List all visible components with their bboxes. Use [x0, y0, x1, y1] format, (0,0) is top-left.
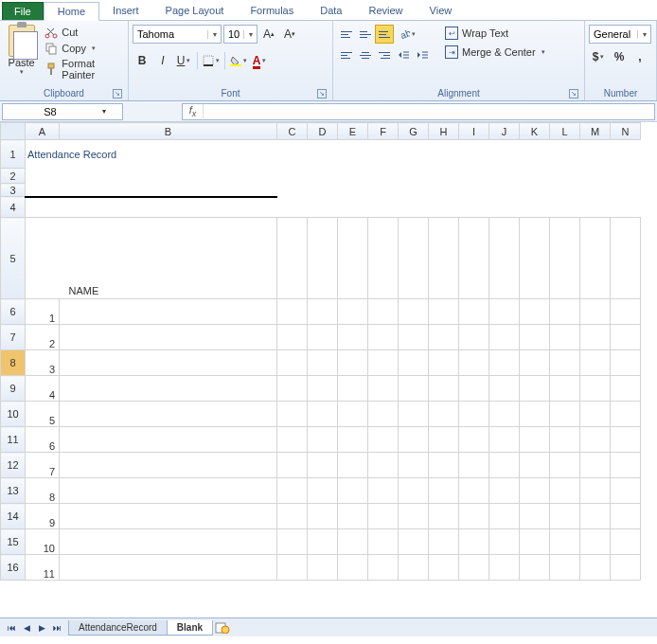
cell[interactable]	[308, 140, 338, 169]
row-header[interactable]: 6	[1, 299, 26, 325]
sheet-nav-first-icon[interactable]: ⏮	[4, 621, 19, 635]
cell[interactable]	[611, 218, 641, 299]
cell[interactable]	[368, 504, 399, 529]
cell[interactable]	[520, 218, 550, 299]
name-box-input[interactable]	[3, 106, 98, 117]
number-format-input[interactable]	[590, 28, 637, 40]
cell[interactable]	[26, 184, 277, 197]
cell[interactable]	[277, 504, 308, 529]
cell[interactable]	[60, 555, 277, 581]
cell[interactable]	[60, 453, 277, 478]
cell[interactable]	[308, 453, 338, 478]
cell[interactable]	[489, 218, 520, 299]
cell[interactable]	[611, 402, 641, 427]
cell[interactable]	[459, 555, 489, 581]
cell[interactable]	[399, 427, 429, 453]
cell[interactable]	[277, 555, 308, 581]
cell[interactable]	[60, 325, 277, 350]
font-size-input[interactable]	[224, 28, 243, 40]
cell[interactable]	[399, 402, 429, 427]
fx-icon[interactable]: fx	[183, 104, 204, 118]
cell[interactable]	[338, 140, 368, 169]
cell[interactable]: 1	[26, 299, 60, 325]
tab-page-layout[interactable]: Page Layout	[152, 2, 238, 20]
cell[interactable]	[580, 504, 611, 529]
select-all-corner[interactable]	[1, 123, 26, 140]
cell[interactable]	[489, 529, 520, 555]
cell[interactable]	[368, 218, 399, 299]
cell[interactable]	[520, 325, 550, 350]
wrap-text-button[interactable]: ↩ Wrap Text	[441, 25, 549, 42]
cell[interactable]	[399, 453, 429, 478]
cell[interactable]	[520, 350, 550, 376]
cell[interactable]	[550, 555, 580, 581]
sheet-tab-attendancerecord[interactable]: AttendanceRecord	[68, 620, 168, 635]
cell[interactable]	[550, 218, 580, 299]
cell[interactable]	[550, 376, 580, 402]
cell[interactable]	[611, 140, 641, 169]
cell[interactable]	[429, 376, 459, 402]
cell[interactable]	[26, 197, 277, 218]
cell[interactable]	[277, 184, 308, 197]
cell[interactable]	[368, 197, 399, 218]
comma-format-button[interactable]: ,	[630, 47, 649, 66]
cell[interactable]	[611, 197, 641, 218]
tab-view[interactable]: View	[417, 2, 466, 20]
cell[interactable]	[399, 197, 429, 218]
cell[interactable]	[520, 504, 550, 529]
percent-format-button[interactable]: %	[610, 47, 629, 66]
cell[interactable]	[520, 402, 550, 427]
copy-button[interactable]: Copy ▾	[41, 41, 124, 56]
cell[interactable]	[550, 184, 580, 197]
cell[interactable]	[368, 140, 399, 169]
cell[interactable]	[277, 478, 308, 504]
align-center-button[interactable]	[356, 45, 375, 64]
clipboard-dialog-icon[interactable]: ↘	[113, 89, 122, 98]
tab-home[interactable]: Home	[44, 2, 99, 21]
cell[interactable]	[550, 402, 580, 427]
cell[interactable]: 10	[26, 529, 60, 555]
cell[interactable]	[489, 184, 520, 197]
cell[interactable]	[60, 427, 277, 453]
cell[interactable]	[580, 197, 611, 218]
align-top-button[interactable]	[337, 25, 356, 44]
cell[interactable]	[520, 197, 550, 218]
cell[interactable]	[368, 402, 399, 427]
cell[interactable]	[580, 169, 611, 184]
cell[interactable]	[338, 169, 368, 184]
cell[interactable]	[60, 402, 277, 427]
cell[interactable]	[459, 169, 489, 184]
cell[interactable]	[520, 453, 550, 478]
cell[interactable]	[611, 478, 641, 504]
row-header[interactable]: 3	[1, 184, 26, 197]
underline-button[interactable]: U	[174, 51, 193, 70]
cell[interactable]	[520, 299, 550, 325]
cell[interactable]	[429, 453, 459, 478]
cell[interactable]	[611, 529, 641, 555]
cell[interactable]	[338, 376, 368, 402]
col-header-N[interactable]: N	[611, 123, 641, 140]
cell[interactable]	[60, 350, 277, 376]
row-header[interactable]: 2	[1, 169, 26, 184]
cell[interactable]	[399, 504, 429, 529]
cell[interactable]	[429, 197, 459, 218]
grow-font-button[interactable]: A▴	[259, 25, 278, 44]
fill-color-button[interactable]	[229, 51, 248, 70]
cell[interactable]	[277, 453, 308, 478]
cell[interactable]	[489, 350, 520, 376]
cell[interactable]	[308, 218, 338, 299]
cell[interactable]	[550, 427, 580, 453]
cell[interactable]	[459, 140, 489, 169]
cell[interactable]	[611, 169, 641, 184]
cell[interactable]	[60, 376, 277, 402]
cell[interactable]	[459, 529, 489, 555]
cell[interactable]	[429, 169, 459, 184]
cell[interactable]	[489, 478, 520, 504]
increase-indent-button[interactable]	[413, 45, 432, 64]
cell[interactable]	[611, 376, 641, 402]
row-header[interactable]: 4	[1, 197, 26, 218]
cell[interactable]	[429, 427, 459, 453]
cell[interactable]	[611, 427, 641, 453]
cell[interactable]	[338, 427, 368, 453]
col-header-B[interactable]: B	[60, 123, 277, 140]
